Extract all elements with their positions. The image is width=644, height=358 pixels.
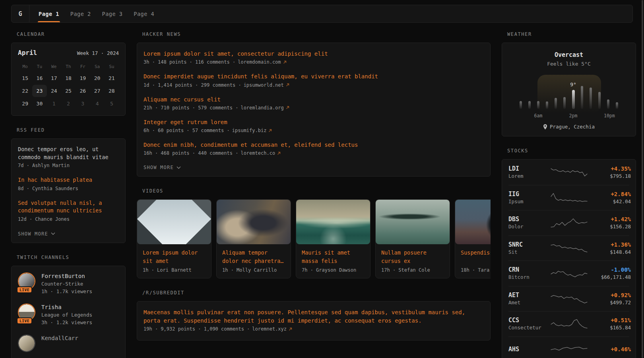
stocks-section: STOCKS LDI Lorem +4.35% $795.18 IIG Ipsu… <box>502 148 636 358</box>
stock-row: DBS Dolor +1.42% $156.28 <box>508 210 629 235</box>
temperature-bar <box>586 86 595 109</box>
page-tab[interactable]: Page 1 <box>33 5 65 22</box>
temperature-bar <box>613 86 621 109</box>
temperature-bar <box>534 86 543 109</box>
stock-price: $165.84 <box>588 324 631 331</box>
top-navbar: G Page 1Page 2Page 3Page 4 <box>11 5 633 23</box>
time-label: 10pm <box>604 113 613 119</box>
rss-item-title[interactable]: In hac habitasse platea <box>18 176 119 184</box>
stock-name: Ipsum <box>508 198 550 205</box>
feed-item: Lorem ipsum dolor sit amet, consectetur … <box>144 50 484 65</box>
stock-row: CCS Consectetur +0.51% $165.84 <box>508 311 629 337</box>
video-title[interactable]: Mauris sit amet massa felis <box>302 249 365 265</box>
videos-row: Lorem ipsum dolor sit amet consectetu… 1… <box>137 199 491 278</box>
twitch-channel-viewers: 3h · 1.2k viewers <box>41 319 92 326</box>
twitch-section-title: TWITCH CHANNELS <box>17 254 126 261</box>
twitch-channel-row[interactable]: LIVE ForrestBurton Counter-Strike 1h · 1… <box>18 272 119 295</box>
stock-name: Lorem <box>508 173 550 180</box>
feed-item-title[interactable]: Maecenas mollis pulvinar erat non posuer… <box>144 308 484 325</box>
twitch-avatar <box>18 335 35 352</box>
stock-change-percent: +0.51% <box>588 316 631 324</box>
external-link-icon <box>289 327 292 331</box>
calendar-day: 17 <box>47 72 61 84</box>
stock-sparkline <box>550 267 588 279</box>
temperature-bar <box>604 86 613 109</box>
feed-item: Maecenas mollis pulvinar erat non posuer… <box>144 308 484 332</box>
video-title[interactable]: Nullam posuere cursus ex <box>381 249 444 265</box>
video-title[interactable]: Aliquam tempor dolor nec pharetra… <box>222 249 285 265</box>
temperature-bar <box>525 86 534 109</box>
page-scrollbar[interactable] <box>642 0 643 358</box>
calendar-day: 18 <box>61 72 76 84</box>
videos-section-title: VIDEOS <box>142 188 491 194</box>
twitch-channel-row[interactable]: LIVE Trisha League of Legends 3h · 1.2k … <box>18 304 119 326</box>
video-card[interactable]: Lorem ipsum dolor sit amet consectetu… 1… <box>137 199 211 278</box>
page-tab[interactable]: Page 3 <box>97 5 128 22</box>
twitch-channel-row[interactable]: KendallCarr <box>18 335 119 352</box>
calendar-day: 26 <box>76 85 90 97</box>
stock-symbol: AHS <box>508 345 550 353</box>
time-label <box>586 113 595 119</box>
twitch-channel-list: LIVE ForrestBurton Counter-Strike 1h · 1… <box>18 272 119 352</box>
stocks-widget: LDI Lorem +4.35% $795.18 IIG Ipsum +2.84… <box>502 159 636 358</box>
time-label <box>578 113 586 119</box>
rss-list: Donec tempor eros leo, ut commodo mauris… <box>18 146 119 222</box>
weather-location: Prague, Czechia <box>508 124 629 130</box>
feed-item-title[interactable]: Lorem ipsum dolor sit amet, consectetur … <box>144 50 484 58</box>
live-badge: LIVE <box>17 317 32 324</box>
page-tab[interactable]: Page 4 <box>128 5 160 22</box>
stock-price: $795.18 <box>588 173 631 180</box>
stock-change-percent: +0.92% <box>588 291 631 299</box>
feed-item: Donec enim nibh, condimentum et accumsan… <box>144 141 484 156</box>
stock-row: SNRC Sit +1.36% $148.64 <box>508 235 629 261</box>
stock-row: IIG Ipsum +2.84% $42.04 <box>508 185 629 210</box>
video-title[interactable]: Suspendisse diam <box>461 249 491 265</box>
stock-symbol: DBS <box>508 215 550 223</box>
hackernews-list: Lorem ipsum dolor sit amet, consectetur … <box>144 50 484 156</box>
temperature-bar <box>595 86 604 109</box>
video-thumbnail <box>137 200 211 244</box>
video-card[interactable]: Nullam posuere cursus ex 17h · Stefan Co… <box>375 199 450 278</box>
page-tab[interactable]: Page 2 <box>65 5 97 22</box>
video-card[interactable]: Mauris sit amet massa felis 7h · Grayson… <box>296 199 370 278</box>
rss-show-more-button[interactable]: SHOW MORE <box>18 231 55 237</box>
feed-item-title[interactable]: Donec enim nibh, condimentum et accumsan… <box>144 141 484 149</box>
stock-change-percent: +0.46% <box>588 345 631 353</box>
video-thumbnail <box>217 200 291 244</box>
feed-item-title[interactable]: Donec imperdiet augue tincidunt felis al… <box>144 72 484 80</box>
subreddit-post-list: Maecenas mollis pulvinar erat non posuer… <box>144 308 484 332</box>
calendar-day: 19 <box>76 72 90 84</box>
temperature-bar <box>543 86 551 109</box>
stock-row: AHS +0.46% <box>508 337 629 358</box>
video-meta: 1h · Lori Barnett <box>143 267 206 273</box>
temperature-bar <box>560 86 569 109</box>
video-card[interactable]: Suspendisse diam 18h · Tara <box>455 199 491 278</box>
rss-item-title[interactable]: Sed volutpat nulla nisl, a condimentum n… <box>18 199 119 215</box>
rss-section-title: RSS FEED <box>17 127 126 133</box>
stock-price: $66,171.48 <box>588 274 631 281</box>
video-thumbnail <box>376 200 450 244</box>
calendar-day: 27 <box>90 85 104 97</box>
feed-item-title[interactable]: Integer eget rutrum lorem <box>144 118 484 126</box>
calendar-day: 2 <box>61 97 76 110</box>
video-title[interactable]: Lorem ipsum dolor sit amet consectetu… <box>143 249 206 265</box>
subreddit-section: /R/SUBREDDIT Maecenas mollis pulvinar er… <box>137 290 491 340</box>
rss-item-title[interactable]: Donec tempor eros leo, ut commodo mauris… <box>18 146 119 161</box>
twitch-channel-name: KendallCarr <box>41 335 78 342</box>
live-badge: LIVE <box>17 286 32 293</box>
twitch-channel-name: Trisha <box>41 304 92 311</box>
hackernews-show-more-button[interactable]: SHOW MORE <box>144 165 181 170</box>
calendar-grid: MoTuWeThFrSaSu15161718192021222324252627… <box>18 62 119 110</box>
rss-item-meta: 12d · Chance Jones <box>18 216 119 222</box>
app-logo[interactable]: G <box>12 5 29 22</box>
feed-item-title[interactable]: Aliquam nec cursus elit <box>144 95 484 103</box>
calendar-weekday: Fr <box>76 62 90 72</box>
hackernews-widget: Lorem ipsum dolor sit amet, consectetur … <box>137 43 491 177</box>
temperature-bar <box>578 86 586 109</box>
calendar-day: 3 <box>76 97 90 110</box>
calendar-weekday: We <box>47 62 61 72</box>
stock-change-percent: -1.00% <box>588 266 631 274</box>
weather-widget: Overcast Feels like 5°C 9° 6am2pm10pm Pr… <box>502 43 636 136</box>
video-card[interactable]: Aliquam tempor dolor nec pharetra… 1h · … <box>216 199 291 278</box>
weather-section: WEATHER Overcast Feels like 5°C 9° 6am2p… <box>502 31 636 136</box>
